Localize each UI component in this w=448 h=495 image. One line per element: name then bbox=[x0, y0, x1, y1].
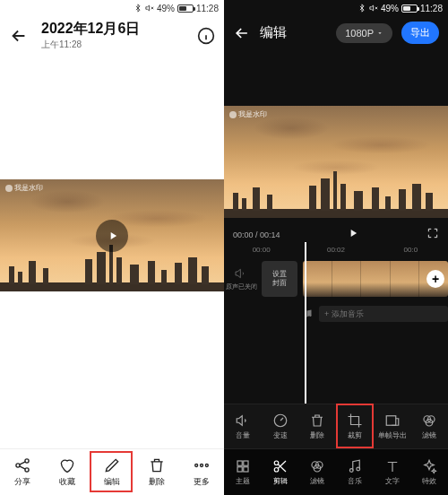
theme-icon bbox=[235, 458, 251, 474]
battery-pct: 49% bbox=[381, 4, 399, 13]
gallery-pane: 49% 11:28 2022年12月6日 上午11:28 bbox=[0, 0, 224, 495]
editor-pane: 49% 11:28 编辑 1080P 导出 bbox=[224, 0, 448, 495]
info-icon[interactable] bbox=[197, 27, 215, 45]
watermark: 我是水印 bbox=[5, 183, 43, 193]
frame-export-icon bbox=[384, 412, 401, 429]
tab-filter[interactable]: 滤镜 bbox=[298, 449, 336, 495]
playhead[interactable] bbox=[305, 242, 306, 404]
delete-button[interactable]: 删除 bbox=[134, 449, 179, 495]
play-button[interactable] bbox=[347, 227, 359, 243]
time-display: 00:00 / 00:14 bbox=[233, 230, 280, 239]
svg-rect-17 bbox=[244, 467, 248, 472]
filter-button[interactable]: 滤镜 bbox=[410, 404, 448, 448]
video-preview[interactable]: 我是水印 bbox=[0, 179, 224, 291]
more-label: 更多 bbox=[194, 476, 210, 488]
crop-icon bbox=[347, 412, 363, 429]
timeline-area: 00:00 / 00:14 00:0000:0200:0 原声已关闭 设置封面 … bbox=[224, 224, 448, 404]
tab-music[interactable]: 音乐 bbox=[336, 449, 374, 495]
mute-icon bbox=[369, 4, 378, 13]
chevron-down-icon bbox=[376, 30, 383, 37]
crop-button[interactable]: 裁剪 bbox=[336, 404, 374, 448]
dots-icon bbox=[193, 456, 211, 474]
video-clip[interactable]: + bbox=[303, 261, 448, 297]
tab-theme[interactable]: 主题 bbox=[224, 449, 262, 495]
trash-icon bbox=[309, 412, 325, 429]
editor-preview[interactable]: 我是水印 bbox=[224, 106, 448, 218]
status-bar: 49% 11:28 bbox=[224, 0, 448, 16]
bluetooth-icon bbox=[358, 4, 366, 13]
tab-effect[interactable]: 特效 bbox=[410, 449, 448, 495]
share-label: 分享 bbox=[14, 476, 30, 488]
gallery-header: 2022年12月6日 上午11:28 bbox=[0, 16, 224, 55]
delete-clip-button[interactable]: 删除 bbox=[298, 404, 336, 448]
bluetooth-icon bbox=[134, 4, 142, 13]
tab-text[interactable]: 文字 bbox=[374, 449, 411, 495]
resolution-button[interactable]: 1080P bbox=[336, 23, 392, 43]
delete-label: 删除 bbox=[149, 476, 165, 488]
svg-rect-14 bbox=[237, 461, 242, 465]
sparkle-icon bbox=[421, 458, 437, 474]
filter-icon bbox=[421, 412, 437, 429]
mute-original-button[interactable]: 原声已关闭 bbox=[224, 266, 258, 291]
favorite-label: 收藏 bbox=[59, 476, 75, 488]
volume-button[interactable]: 音量 bbox=[224, 404, 262, 448]
more-button[interactable]: 更多 bbox=[179, 449, 224, 495]
mode-tabs-row: 主题 剪辑 滤镜 音乐 文字 特效 bbox=[224, 448, 448, 495]
edit-tools-row: 音量 变速 删除 裁剪 单帧导出 滤镜 bbox=[224, 404, 448, 448]
edit-button[interactable]: 编辑 bbox=[90, 449, 134, 495]
export-frame-button[interactable]: 单帧导出 bbox=[374, 404, 411, 448]
add-music-button[interactable]: + 添加音乐 bbox=[319, 306, 448, 322]
music-icon bbox=[347, 458, 363, 474]
trash-icon bbox=[148, 456, 166, 474]
editor-header: 编辑 1080P 导出 bbox=[224, 16, 448, 49]
pencil-icon bbox=[103, 456, 121, 474]
add-clip-button[interactable]: + bbox=[426, 270, 444, 288]
page-title: 2022年12月6日 bbox=[41, 20, 185, 39]
speed-icon bbox=[272, 412, 289, 429]
share-icon bbox=[13, 456, 31, 474]
speed-button[interactable]: 变速 bbox=[262, 404, 299, 448]
svg-point-23 bbox=[349, 469, 353, 473]
battery-icon bbox=[177, 4, 194, 13]
editor-title: 编辑 bbox=[260, 24, 327, 41]
edit-label: 编辑 bbox=[104, 476, 120, 488]
fullscreen-button[interactable] bbox=[426, 227, 439, 243]
svg-rect-15 bbox=[244, 461, 248, 465]
svg-point-8 bbox=[310, 315, 312, 317]
svg-point-6 bbox=[205, 465, 208, 467]
heart-icon bbox=[58, 456, 76, 474]
watermark: 我是水印 bbox=[229, 109, 267, 119]
svg-rect-16 bbox=[237, 467, 242, 472]
svg-point-5 bbox=[201, 465, 203, 467]
clock: 11:28 bbox=[196, 4, 219, 13]
battery-icon bbox=[401, 4, 418, 13]
share-button[interactable]: 分享 bbox=[0, 449, 45, 495]
favorite-button[interactable]: 收藏 bbox=[45, 449, 90, 495]
volume-icon bbox=[235, 412, 251, 429]
filter-icon bbox=[309, 458, 325, 474]
export-button[interactable]: 导出 bbox=[401, 22, 439, 44]
set-cover-button[interactable]: 设置封面 bbox=[262, 261, 297, 297]
svg-point-18 bbox=[274, 461, 279, 465]
tab-clip[interactable]: 剪辑 bbox=[262, 449, 299, 495]
mute-icon bbox=[145, 4, 154, 13]
time-ruler[interactable]: 00:0000:0200:0 bbox=[224, 246, 448, 258]
battery-pct: 49% bbox=[157, 4, 175, 13]
clock: 11:28 bbox=[420, 4, 443, 13]
svg-point-24 bbox=[357, 467, 360, 471]
text-icon bbox=[384, 458, 401, 474]
page-subtitle: 上午11:28 bbox=[41, 39, 185, 51]
gallery-toolbar: 分享 收藏 编辑 删除 更多 bbox=[0, 448, 224, 495]
svg-point-4 bbox=[195, 465, 198, 467]
svg-point-19 bbox=[274, 468, 279, 473]
scissors-icon bbox=[272, 458, 289, 474]
back-icon[interactable] bbox=[233, 24, 251, 42]
back-icon[interactable] bbox=[9, 26, 29, 46]
status-bar: 49% 11:28 bbox=[0, 0, 224, 16]
play-button[interactable] bbox=[96, 220, 128, 252]
svg-rect-10 bbox=[386, 416, 396, 426]
